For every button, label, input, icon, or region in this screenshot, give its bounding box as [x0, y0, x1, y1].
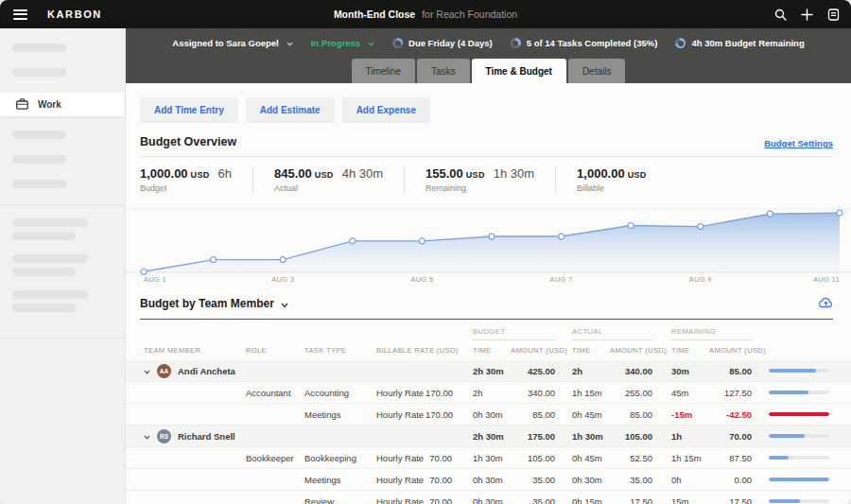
chevron-down-icon[interactable] — [144, 431, 150, 442]
rate-value-cell: 170.00 — [426, 409, 452, 420]
progress-bar — [769, 499, 829, 503]
task-row[interactable]: MeetingsHourly Rate170.000h 30m85.000h 4… — [126, 404, 851, 426]
col-remaining-time: TIME — [671, 346, 709, 355]
remaining-amount-cell: 17.50 — [709, 496, 752, 504]
add-time-entry-button[interactable]: Add Time Entry — [140, 97, 238, 123]
stat-value: 155.00USD1h 30m — [426, 166, 534, 181]
search-icon[interactable] — [774, 9, 787, 21]
sidebar-divider — [0, 338, 125, 339]
x-axis-tick-label: AUG 5 — [410, 275, 433, 284]
budget-time-cell: 0h 30m — [473, 409, 511, 420]
sidebar-skeleton-item — [12, 254, 88, 263]
add-estimate-button[interactable]: Add Estimate — [246, 97, 335, 123]
sidebar-item-work-label: Work — [38, 99, 61, 110]
budget-settings-link[interactable]: Budget Settings — [764, 138, 833, 148]
sidebar-item-work[interactable]: Work — [0, 93, 125, 116]
stat-amount: 1,000.00 — [577, 166, 625, 181]
task-row[interactable]: ReviewHourly Rate70.000h 30m35.000h 15m1… — [126, 491, 851, 504]
remaining-amount-cell: 127.50 — [709, 388, 752, 398]
stat-label: Actual — [274, 183, 383, 193]
member-cell: RSRichard Snell — [144, 429, 246, 443]
progress-bar-fill — [769, 456, 789, 460]
chevron-down-icon — [281, 295, 288, 312]
remaining-amount-cell: 0.00 — [709, 475, 752, 485]
budget-stat-remaining: 155.00USD1h 30mRemaining — [426, 166, 556, 193]
stat-value: 1,000.00USD6h — [140, 166, 232, 181]
tab-details[interactable]: Details — [568, 59, 626, 83]
team-member-row[interactable]: AAAndi Ancheta2h 30m425.002h340.0030m85.… — [126, 360, 851, 382]
stat-label: Billable — [577, 183, 647, 193]
status-dropdown[interactable]: In Progress — [311, 38, 374, 48]
chart-data-point[interactable] — [767, 211, 773, 217]
task-row[interactable]: MeetingsHourly Rate70.000h 30m35.000h 30… — [126, 469, 851, 491]
budget-amount-cell: 105.00 — [511, 453, 555, 463]
karbon-app-window: KARBON Month-End Close for Reach Foundat… — [0, 0, 851, 504]
status-metric[interactable]: 5 of 14 Tasks Completed (35%) — [511, 38, 658, 48]
rate-type-cell: Hourly Rate — [376, 453, 426, 463]
add-expense-button[interactable]: Add Expense — [342, 97, 430, 123]
actual-time-cell: 2h — [572, 366, 610, 376]
progress-ring-icon — [675, 38, 686, 48]
progress-ring-icon — [511, 38, 521, 48]
chart-data-point[interactable] — [280, 257, 286, 263]
budget-amount-cell: 35.00 — [511, 475, 555, 485]
chart-data-point[interactable] — [559, 234, 564, 239]
task-row[interactable]: BookkeeperBookkeepingHourly Rate70.001h … — [126, 447, 851, 469]
stat-label: Budget — [140, 183, 232, 193]
stat-label: Remaining — [426, 183, 534, 193]
remaining-time-cell: 1h — [671, 431, 709, 442]
action-buttons: Add Time EntryAdd EstimateAdd Expense — [126, 83, 851, 123]
left-sidebar: Work — [0, 28, 126, 504]
budget-by-team-member-table: BUDGETACTUALREMAININGTEAM MEMBERROLETASK… — [126, 326, 851, 504]
chart-data-point[interactable] — [837, 210, 842, 216]
rate-value-cell: 70.00 — [426, 453, 452, 463]
status-metric[interactable]: 4h 30m Budget Remaining — [675, 38, 804, 48]
team-member-row[interactable]: RSRichard Snell2h 30m175.001h 30m105.001… — [126, 426, 851, 447]
tab-time-budget[interactable]: Time & Budget — [472, 59, 566, 83]
rate-type-cell: Hourly Rate — [376, 496, 426, 504]
hamburger-menu-icon[interactable] — [13, 7, 27, 22]
team-member-name: Andi Ancheta — [178, 366, 235, 376]
sidebar-skeleton-item — [12, 268, 76, 276]
chart-data-point[interactable] — [419, 238, 425, 244]
remaining-time-cell: 1h 15m — [671, 453, 709, 463]
progress-bar-fill — [769, 478, 829, 481]
assignee-dropdown[interactable]: Assigned to Sara Goepel — [172, 38, 292, 48]
group-header-remaining: REMAINING — [671, 327, 752, 340]
budget-by-team-member-toggle[interactable]: Budget by Team Member — [140, 295, 288, 312]
tab-tasks[interactable]: Tasks — [417, 59, 470, 83]
task-row[interactable]: AccountantAccountingHourly Rate170.002h3… — [126, 382, 851, 404]
tab-timeline[interactable]: Timeline — [352, 59, 415, 83]
chart-data-point[interactable] — [141, 269, 147, 274]
budget-by-team-member-header: Budget by Team Member — [140, 295, 833, 320]
chart-data-point[interactable] — [628, 222, 634, 228]
chevron-down-icon — [287, 38, 293, 48]
role-cell: Bookkeeper — [246, 453, 304, 463]
chart-data-point[interactable] — [489, 234, 495, 239]
notes-feed-icon[interactable] — [827, 9, 840, 21]
sidebar-skeleton-item — [12, 180, 66, 188]
remaining-amount-cell: -42.50 — [709, 409, 752, 420]
actual-amount-cell: 340.00 — [610, 366, 652, 376]
col-actual-time: TIME — [572, 346, 610, 355]
group-header-actual: ACTUAL — [572, 327, 652, 340]
chart-data-point[interactable] — [211, 257, 217, 263]
progress-bar — [769, 434, 829, 438]
chart-data-point[interactable] — [698, 224, 703, 230]
budget-time-cell: 1h 30m — [473, 453, 511, 463]
chart-data-point[interactable] — [350, 238, 356, 244]
actual-time-cell: 1h 30m — [572, 431, 610, 442]
sidebar-skeleton-item — [12, 290, 88, 299]
chevron-down-icon — [368, 38, 374, 48]
chevron-down-icon[interactable] — [144, 366, 150, 376]
col-billable-rate: BILLABLE RATE (USD) — [376, 346, 426, 355]
assignee-label: Assigned to Sara Goepel — [172, 38, 278, 48]
stat-currency: USD — [628, 170, 647, 180]
add-plus-icon[interactable] — [801, 9, 813, 21]
status-metric[interactable]: Due Friday (4 Days) — [392, 38, 493, 48]
x-axis-tick-label: AUG 9 — [689, 275, 712, 284]
budget-amount-cell: 425.00 — [511, 366, 555, 376]
work-title-client: for Reach Foundation — [422, 9, 517, 20]
task-type-cell: Meetings — [304, 409, 376, 420]
cloud-export-icon[interactable] — [819, 295, 833, 312]
